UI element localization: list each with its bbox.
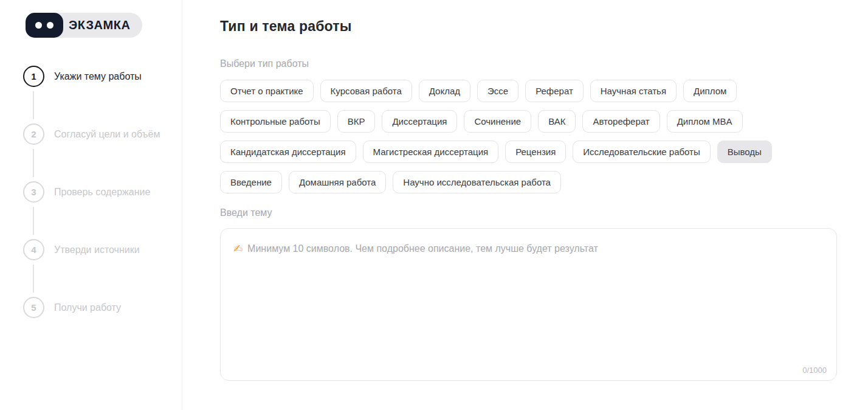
main-content: Тип и тема работы Выбери тип работы Отче… — [182, 0, 868, 410]
step-connector — [33, 207, 34, 235]
topic-textarea[interactable] — [221, 229, 836, 380]
step-number-badge: 4 — [23, 239, 44, 260]
chip-row: ВведениеДомашняя работаНаучно исследоват… — [220, 171, 837, 193]
work-type-chip[interactable]: Доклад — [419, 80, 470, 102]
stepper-item-1[interactable]: 1Укажи тему работы — [23, 66, 182, 87]
step-label: Согласуй цели и объём — [54, 128, 162, 141]
work-type-chip[interactable]: Контрольные работы — [220, 110, 331, 133]
logo-dot-icon — [35, 22, 42, 29]
work-type-chip[interactable]: Научно исследовательская работа — [393, 171, 561, 193]
logo-text: ЭКЗАМКА — [69, 18, 131, 32]
step-number-badge: 2 — [23, 123, 44, 145]
chip-row: Контрольные работыВКРДиссертацияСочинени… — [220, 110, 837, 133]
chip-row: Отчет о практикеКурсовая работаДокладЭсс… — [220, 80, 837, 102]
work-type-chip[interactable]: Исследовательские работы — [573, 141, 710, 163]
step-label: Проверь содержание — [54, 186, 162, 199]
work-type-chip[interactable]: Эссе — [477, 80, 518, 102]
step-number-badge: 1 — [23, 66, 44, 87]
work-type-chip[interactable]: ВАК — [538, 110, 576, 133]
stepper-item-3[interactable]: 3Проверь содержание — [23, 181, 182, 203]
work-type-chip[interactable]: Магистреская диссертация — [363, 141, 499, 163]
step-connector — [33, 91, 34, 119]
work-type-chip[interactable]: Диссертация — [382, 110, 457, 133]
sidebar: ЭКЗАМКА 1Укажи тему работы2Согласуй цели… — [0, 0, 182, 410]
work-type-label: Выбери тип работы — [220, 58, 837, 69]
work-type-chip[interactable]: Кандидатская диссертация — [220, 141, 356, 163]
work-type-chip[interactable]: Отчет о практике — [220, 80, 314, 102]
work-type-chip[interactable]: ВКР — [337, 110, 376, 133]
stepper-item-5[interactable]: 5Получи работу — [23, 297, 182, 318]
step-number-badge: 5 — [23, 297, 44, 318]
step-connector — [33, 265, 34, 293]
logo-icon — [26, 13, 63, 38]
work-type-chip[interactable]: Научная статья — [590, 80, 677, 102]
stepper-item-2[interactable]: 2Согласуй цели и объём — [23, 123, 182, 145]
topic-label: Введи тему — [220, 207, 837, 218]
step-label: Утверди источники — [54, 243, 162, 257]
work-type-chip[interactable]: Сочинение — [464, 110, 531, 133]
work-type-chip[interactable]: Диплом MBA — [667, 110, 743, 133]
work-type-chip[interactable]: Автореферат — [582, 110, 660, 133]
work-type-chip[interactable]: Курсовая работа — [320, 80, 412, 102]
chip-row: Кандидатская диссертацияМагистреская дис… — [220, 141, 837, 163]
work-type-chip[interactable]: Диплом — [683, 80, 737, 102]
step-label: Укажи тему работы — [54, 70, 162, 83]
progress-stepper: 1Укажи тему работы2Согласуй цели и объём… — [23, 66, 182, 318]
step-number-badge: 3 — [23, 181, 44, 203]
work-type-chip[interactable]: Введение — [220, 171, 282, 193]
work-type-chip-group: Отчет о практикеКурсовая работаДокладЭсс… — [220, 80, 837, 193]
topic-input-container: ✍ Минимум 10 символов. Чем подробнее опи… — [220, 228, 837, 381]
step-label: Получи работу — [54, 301, 162, 314]
logo-dot-icon — [47, 22, 53, 29]
app-window: ЭКЗАМКА 1Укажи тему работы2Согласуй цели… — [0, 0, 868, 410]
work-type-chip[interactable]: Домашняя работа — [289, 171, 386, 193]
work-type-chip[interactable]: Реферат — [525, 80, 584, 102]
page-title: Тип и тема работы — [220, 18, 837, 35]
work-type-chip[interactable]: Рецензия — [505, 141, 566, 163]
step-connector — [33, 149, 34, 177]
logo[interactable]: ЭКЗАМКА — [26, 13, 142, 38]
stepper-item-4[interactable]: 4Утверди источники — [23, 239, 182, 260]
work-type-chip[interactable]: Выводы — [717, 141, 772, 163]
